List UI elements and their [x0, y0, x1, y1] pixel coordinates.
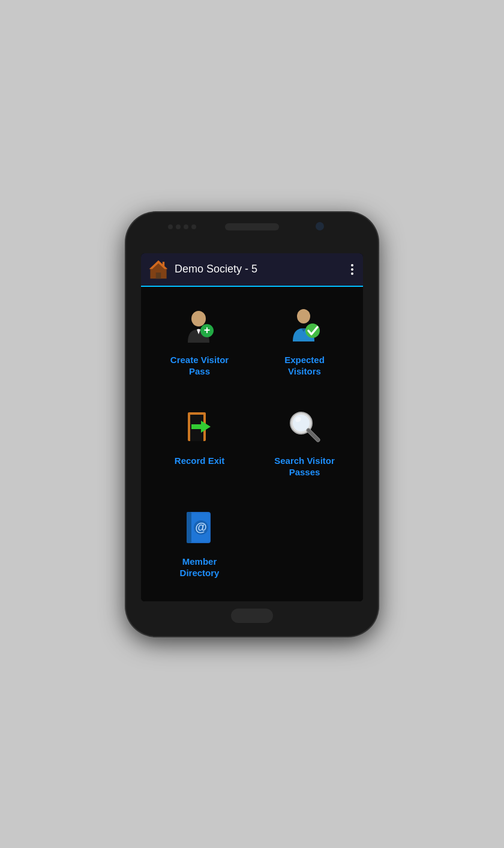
phone-sensors [168, 224, 196, 229]
phone-screen: Demo Society - 5 [141, 253, 363, 601]
search-visitor-icon [284, 406, 326, 448]
phone-speaker [225, 223, 279, 230]
record-exit-button[interactable]: Record Exit [147, 394, 252, 495]
svg-rect-21 [191, 513, 209, 542]
member-directory-label: Member Directory [180, 556, 220, 579]
expected-visitors-icon [284, 305, 326, 347]
sensor-dot [191, 224, 196, 229]
record-exit-icon [179, 406, 221, 448]
expected-visitors-button[interactable]: Expected Visitors [252, 293, 357, 394]
member-directory-button[interactable]: @ Member Directory [147, 495, 252, 595]
svg-rect-18 [187, 512, 191, 543]
svg-text:+: + [203, 324, 210, 336]
phone-device: Demo Society - 5 [126, 212, 378, 636]
svg-line-16 [308, 430, 318, 440]
expected-visitors-label: Expected Visitors [284, 354, 325, 377]
toolbar-left: Demo Society - 5 [148, 259, 257, 280]
app-toolbar: Demo Society - 5 [141, 253, 363, 287]
svg-rect-3 [163, 262, 164, 266]
search-visitor-passes-label: Search Visitor Passes [274, 455, 335, 478]
create-visitor-pass-label: Create Visitor Pass [170, 354, 229, 377]
sensor-dot [168, 224, 173, 229]
menu-dot [351, 264, 353, 266]
sensor-dot [184, 224, 188, 229]
member-directory-icon: @ [179, 507, 221, 549]
svg-rect-2 [156, 272, 161, 278]
app-title: Demo Society - 5 [175, 263, 257, 275]
overflow-menu-button[interactable] [349, 262, 356, 277]
home-icon [148, 259, 169, 280]
sensor-dot [176, 224, 181, 229]
search-visitor-passes-button[interactable]: Search Visitor Passes [252, 394, 357, 495]
main-menu-grid: + Create Visitor Pass [141, 287, 363, 601]
create-visitor-pass-button[interactable]: + Create Visitor Pass [147, 293, 252, 394]
menu-dot [351, 268, 353, 271]
menu-dot [351, 272, 353, 275]
record-exit-label: Record Exit [175, 455, 224, 467]
svg-point-7 [297, 309, 310, 323]
phone-camera [316, 222, 324, 230]
phone-home-button[interactable] [231, 609, 273, 623]
create-visitor-icon: + [179, 305, 221, 347]
